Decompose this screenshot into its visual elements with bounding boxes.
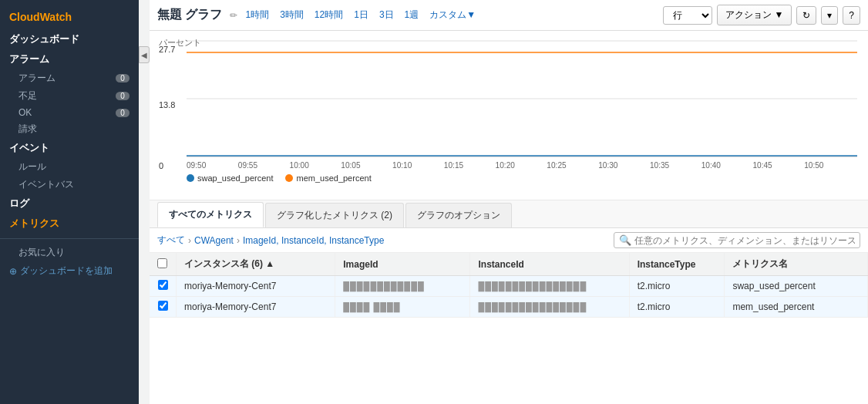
chart-svg: 09:50 09:55 10:00 10:05 10:10 10:15 10:2… [187, 37, 857, 172]
refresh-button[interactable]: ↻ [796, 6, 816, 25]
row-checkbox-0[interactable] [158, 280, 168, 290]
table-row: moriya-Memory-Cent7 ████ ████ ██████████… [150, 297, 868, 318]
row-instancetype: t2.micro [629, 297, 725, 318]
breadcrumb-cwagent[interactable]: CWAgent [194, 235, 234, 246]
add-dashboard-label: ダッシュボードを追加 [20, 264, 113, 278]
sidebar-item-eventbus[interactable]: イベントバス [0, 176, 139, 194]
tab-all-metrics[interactable]: すべてのメトリクス [157, 202, 264, 227]
tab-graph-options[interactable]: グラフのオプション [405, 203, 512, 227]
refresh-icon: ↻ [802, 10, 810, 21]
col-imageid[interactable]: ImageId [335, 253, 470, 276]
col-metricname[interactable]: メトリクス名 [725, 253, 868, 276]
y-value-mid: 13.8 [159, 100, 175, 109]
actions-button[interactable]: アクション ▼ [717, 5, 792, 25]
time-1d-button[interactable]: 1日 [351, 7, 372, 23]
svg-text:10:20: 10:20 [496, 161, 516, 170]
svg-text:10:00: 10:00 [290, 161, 310, 170]
table-row: moriya-Memory-Cent7 ████████████ ███████… [150, 276, 868, 297]
breadcrumb-sep1: › [188, 235, 191, 246]
svg-text:10:15: 10:15 [444, 161, 464, 170]
sidebar-item-insufficient[interactable]: 不足 0 [0, 87, 139, 105]
time-3h-button[interactable]: 3時間 [277, 7, 307, 23]
svg-text:10:35: 10:35 [650, 161, 670, 170]
legend-mem-label: mem_used_percent [296, 173, 371, 183]
row-instancetype: t2.micro [629, 276, 725, 297]
svg-text:10:25: 10:25 [547, 161, 567, 170]
select-all-checkbox[interactable] [157, 258, 167, 268]
sidebar-item-label: アラーム [19, 72, 56, 85]
chevron-down-icon: ▾ [827, 10, 832, 21]
row-metricname: swap_used_percent [725, 276, 868, 297]
plus-icon: ⊕ [9, 266, 17, 277]
svg-text:09:55: 09:55 [238, 161, 258, 170]
col-instanceid[interactable]: InstanceId [470, 253, 629, 276]
sidebar-item-label: OK [19, 107, 32, 118]
table-body: moriya-Memory-Cent7 ████████████ ███████… [150, 276, 868, 318]
sidebar-item-billing[interactable]: 請求 [0, 120, 139, 138]
graph-title: 無題 グラフ [157, 7, 222, 23]
metrics-tabs: すべてのメトリクス グラフ化したメトリクス (2) グラフのオプション [150, 200, 868, 228]
row-instanceid: ████████████████ [470, 276, 629, 297]
legend-swap-label: swap_used_percent [197, 173, 273, 183]
row-imageid: ████ ████ [335, 297, 470, 318]
sidebar-item-alarm-heading[interactable]: アラーム [0, 49, 139, 69]
sidebar: CloudWatch ダッシュボード アラーム アラーム 0 不足 0 OK 0… [0, 0, 139, 404]
legend-dot-swap [187, 174, 194, 182]
row-checkbox-cell[interactable] [150, 276, 177, 297]
actions-label: アクション ▼ [725, 8, 783, 22]
svg-text:10:30: 10:30 [598, 161, 618, 170]
chart-legend: swap_used_percent mem_used_percent [187, 173, 860, 183]
time-3d-button[interactable]: 3日 [376, 7, 397, 23]
breadcrumb-sep2: › [237, 235, 240, 246]
layout-select[interactable]: 行 [663, 6, 712, 25]
tab-graphed-metrics[interactable]: グラフ化したメトリクス (2) [265, 203, 404, 227]
search-box[interactable]: 🔍 [614, 232, 860, 248]
sidebar-divider [0, 238, 139, 239]
time-1h-button[interactable]: 1時間 [242, 7, 272, 23]
breadcrumb-bar: すべて › CWAgent › ImageId, InstanceId, Ins… [150, 228, 868, 253]
col-checkbox [150, 253, 177, 276]
help-button[interactable]: ? [843, 6, 860, 25]
breadcrumb-dims[interactable]: ImageId, InstanceId, InstanceType [243, 235, 384, 246]
time-12h-button[interactable]: 12時間 [311, 7, 346, 23]
legend-swap: swap_used_percent [187, 173, 273, 183]
svg-text:10:50: 10:50 [804, 161, 824, 170]
col-instance-name[interactable]: インスタンス名 (6) ▲ [177, 253, 335, 276]
svg-text:09:50: 09:50 [187, 161, 207, 170]
y-value-zero: 0 [159, 161, 163, 170]
sidebar-item-metrics[interactable]: メトリクス [0, 214, 139, 234]
time-custom-button[interactable]: カスタム▼ [426, 7, 479, 23]
insufficient-badge: 0 [116, 92, 130, 100]
chart-area: パーセント 27.7 13.8 0 09:50 09:55 10:00 10:0… [150, 31, 868, 200]
sidebar-item-ok[interactable]: OK 0 [0, 105, 139, 120]
row-checkbox-1[interactable] [158, 301, 168, 311]
svg-text:10:05: 10:05 [341, 161, 361, 170]
add-dashboard-link[interactable]: ⊕ ダッシュボードを追加 [0, 261, 139, 281]
row-checkbox-cell[interactable] [150, 297, 177, 318]
sidebar-collapse-button[interactable]: ◀ [139, 46, 150, 63]
svg-text:10:40: 10:40 [701, 161, 722, 170]
sidebar-item-alarm[interactable]: アラーム 0 [0, 69, 139, 87]
alarm-badge: 0 [116, 74, 130, 82]
col-instancetype[interactable]: InstanceType [629, 253, 725, 276]
row-metricname: mem_used_percent [725, 297, 868, 318]
metrics-section: すべてのメトリクス グラフ化したメトリクス (2) グラフのオプション すべて … [150, 200, 868, 404]
edit-title-icon[interactable]: ✏ [230, 10, 237, 21]
help-icon: ? [849, 10, 854, 21]
time-1w-button[interactable]: 1週 [402, 7, 422, 23]
table-header-row: インスタンス名 (6) ▲ ImageId InstanceId Instanc… [150, 253, 868, 276]
row-instance-name: moriya-Memory-Cent7 [177, 297, 335, 318]
sidebar-favorites: お気に入り [0, 244, 139, 261]
main-content: 無題 グラフ ✏ 1時間 3時間 12時間 1日 3日 1週 カスタム▼ 行 ア… [150, 0, 868, 404]
sidebar-item-logs[interactable]: ログ [0, 194, 139, 214]
sidebar-item-rules[interactable]: ルール [0, 158, 139, 176]
row-instanceid: ████████████████ [470, 297, 629, 318]
legend-dot-mem [285, 174, 293, 182]
sidebar-item-dashboard[interactable]: ダッシュボード [0, 29, 139, 49]
search-input[interactable] [634, 235, 855, 246]
breadcrumb-all[interactable]: すべて [157, 234, 185, 247]
refresh-dropdown-button[interactable]: ▾ [821, 6, 838, 25]
metrics-table: インスタンス名 (6) ▲ ImageId InstanceId Instanc… [150, 253, 868, 318]
y-value-top: 27.7 [159, 45, 175, 54]
sidebar-item-events-heading[interactable]: イベント [0, 138, 139, 158]
